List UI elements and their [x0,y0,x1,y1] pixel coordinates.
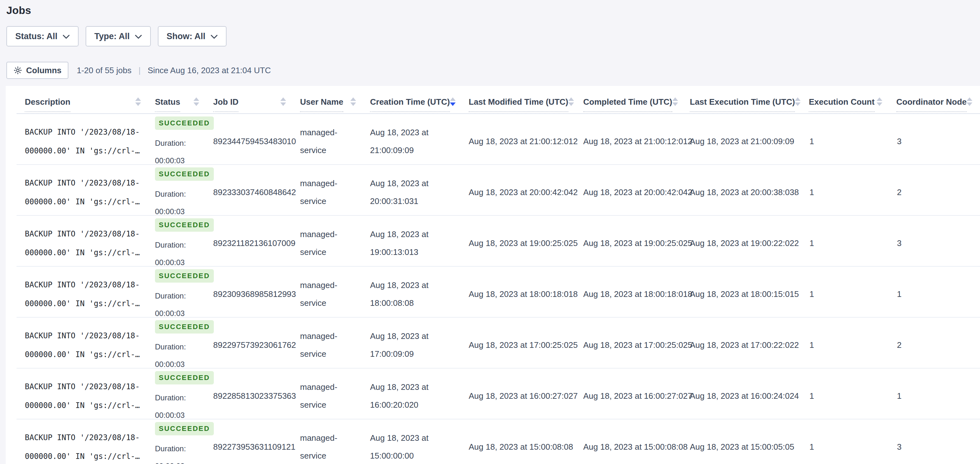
table-toolbar: Columns 1-20 of 55 jobs | Since Aug 16, … [6,62,980,79]
job-duration: Duration: 00:00:03 [155,287,205,322]
coordinator-node: 3 [896,438,980,456]
sort-up-icon [877,97,882,101]
status-badge: SUCCEEDED [155,320,214,333]
coordinator-node: 3 [896,133,980,150]
sort-up-icon [135,97,141,101]
since-timestamp: Since Aug 16, 2023 at 21:04 UTC [148,65,271,75]
column-header-status[interactable]: Status [155,97,213,112]
duration-label: Duration: [155,134,205,152]
job-id: 892321182136107009 [213,234,300,252]
gear-icon [13,66,22,75]
last-execution-time: Aug 18, 2023 at 19:00:22:022 [690,234,809,252]
page-header: Jobs Status: All Type: All Show: All [0,0,980,79]
show-filter-dropdown[interactable]: Show: All [158,26,226,46]
job-duration: Duration: 00:00:03 [155,236,205,271]
sort-carets-icon [280,97,286,106]
column-header-creation-time-utc[interactable]: Creation Time (UTC) [370,97,469,112]
last-modified-time: Aug 18, 2023 at 21:00:12:012 [469,133,583,150]
chevron-down-icon [63,35,70,39]
last-modified-time: Aug 18, 2023 at 17:00:25:025 [469,336,583,354]
duration-label: Duration: [155,236,205,254]
jobs-page: Jobs Status: All Type: All Show: All [0,0,980,464]
table-row: BACKUP INTO '/2023/08/18-000000.00' IN '… [6,114,980,165]
toolbar-separator: | [138,65,141,75]
column-header-execution-count[interactable]: Execution Count [809,97,896,112]
sort-carets-icon [350,97,356,106]
creation-time: Aug 18, 2023 at 21:00:09:09 [370,124,457,159]
job-description-link[interactable]: BACKUP INTO '/2023/08/18-000000.00' IN '… [25,123,140,160]
sort-carets-icon [135,97,141,106]
last-execution-time: Aug 18, 2023 at 17:00:22:022 [690,336,809,354]
job-id: 892344759453483010 [213,133,300,150]
execution-count: 1 [809,234,896,252]
column-header-job-id[interactable]: Job ID [213,97,300,112]
user-name: managed-service [300,429,356,464]
coordinator-node: 2 [896,183,980,201]
execution-count: 1 [809,438,896,456]
sort-up-icon [568,97,574,101]
table-row: BACKUP INTO '/2023/08/18-000000.00' IN '… [6,165,980,216]
job-duration: Duration: 00:00:03 [155,389,205,424]
completed-time: Aug 18, 2023 at 20:00:42:042 [583,183,690,201]
creation-time: Aug 18, 2023 at 16:00:20:020 [370,378,457,414]
coordinator-node: 1 [896,387,980,405]
duration-label: Duration: [155,440,205,457]
job-id: 892309368985812993 [213,285,300,303]
status-badge: SUCCEEDED [155,269,214,282]
column-header-completed-time-utc[interactable]: Completed Time (UTC) [583,97,690,112]
last-execution-time: Aug 18, 2023 at 18:00:15:015 [690,285,809,303]
last-modified-time: Aug 18, 2023 at 19:00:25:025 [469,234,583,252]
creation-time: Aug 18, 2023 at 15:00:00:00 [370,429,457,464]
sort-carets-icon [795,97,800,106]
completed-time: Aug 18, 2023 at 18:00:18:018 [583,285,690,303]
job-duration: Duration: 00:00:03 [155,185,205,220]
status-filter-dropdown[interactable]: Status: All [6,26,79,46]
type-filter-dropdown[interactable]: Type: All [86,26,151,46]
execution-count: 1 [809,133,896,150]
completed-time: Aug 18, 2023 at 17:00:25:025 [583,336,690,354]
table-row: BACKUP INTO '/2023/08/18-000000.00' IN '… [6,317,980,368]
job-id: 892285813023375363 [213,387,300,405]
column-header-last-execution-time-utc[interactable]: Last Execution Time (UTC) [690,97,809,112]
sort-up-icon [795,97,800,101]
status-badge: SUCCEEDED [155,422,214,435]
sort-up-icon [967,97,972,101]
job-description-link[interactable]: BACKUP INTO '/2023/08/18-000000.00' IN '… [25,327,140,364]
columns-button[interactable]: Columns [6,62,68,79]
page-title: Jobs [6,0,980,16]
sort-carets-icon [450,97,456,106]
job-description-link[interactable]: BACKUP INTO '/2023/08/18-000000.00' IN '… [25,225,140,262]
user-name: managed-service [300,124,356,159]
job-description-link[interactable]: BACKUP INTO '/2023/08/18-000000.00' IN '… [25,428,140,464]
job-id: 892333037460848642 [213,183,300,201]
status-badge: SUCCEEDED [155,116,214,130]
sort-down-icon [672,102,678,106]
sort-carets-icon [967,97,972,106]
chevron-down-icon [135,35,142,39]
creation-time: Aug 18, 2023 at 20:00:31:031 [370,175,457,210]
execution-count: 1 [809,336,896,354]
creation-time: Aug 18, 2023 at 19:00:13:013 [370,226,457,261]
coordinator-node: 1 [896,285,980,303]
sort-down-icon [795,102,800,106]
status-badge: SUCCEEDED [155,167,214,181]
column-header-description[interactable]: Description [25,97,155,112]
sort-carets-icon [194,97,199,106]
table-header-row: Description Status Job ID User Name Crea… [6,86,980,114]
sort-carets-icon [877,97,882,106]
last-execution-time: Aug 18, 2023 at 16:00:24:024 [690,387,809,405]
sort-down-icon [450,102,456,106]
chevron-down-icon [211,35,218,39]
job-description-link[interactable]: BACKUP INTO '/2023/08/18-000000.00' IN '… [25,276,140,313]
job-description-link[interactable]: BACKUP INTO '/2023/08/18-000000.00' IN '… [25,378,140,415]
sort-carets-icon [568,97,574,106]
sort-up-icon [450,97,456,101]
job-description-link[interactable]: BACKUP INTO '/2023/08/18-000000.00' IN '… [25,174,140,211]
column-header-user-name[interactable]: User Name [300,97,370,112]
sort-up-icon [350,97,356,101]
user-name: managed-service [300,327,356,363]
column-header-coordinator-node[interactable]: Coordinator Node [896,97,980,112]
column-header-last-modified-time-utc[interactable]: Last Modified Time (UTC) [469,97,583,112]
job-duration: Duration: 00:00:03 [155,440,205,464]
filter-bar: Status: All Type: All Show: All [6,26,980,46]
